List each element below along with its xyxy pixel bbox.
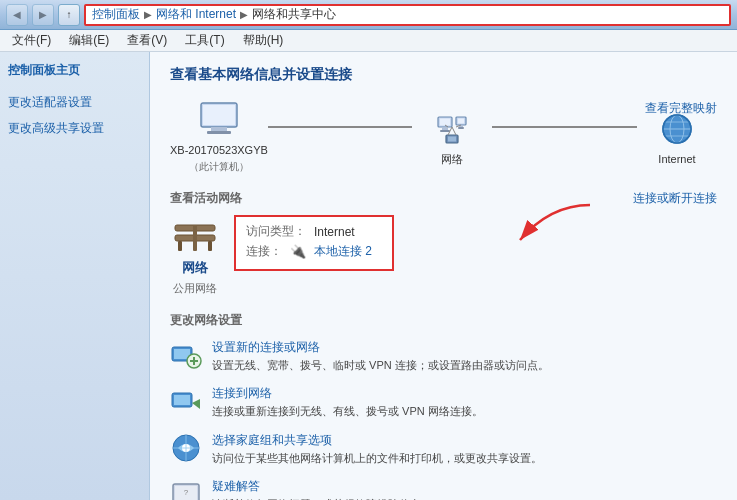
active-network: 网络 公用网络 访问类型： Internet 连接： 🔌 本地连接 2 [170,215,717,296]
red-arrow-annotation [510,200,600,255]
svg-rect-3 [207,131,231,134]
setting-icon-3: ? [170,478,202,500]
network-diagram: XB-20170523XGYB （此计算机） [170,100,717,174]
svg-rect-2 [211,127,227,131]
breadcrumb-sep-2: ▶ [240,9,248,20]
setting-item-0: 设置新的连接或网络 设置无线、宽带、拨号、临时或 VPN 连接；或设置路由器或访… [170,339,717,373]
network-label: 网络 [441,152,463,167]
menu-file[interactable]: 文件(F) [4,30,59,51]
setting-link-0[interactable]: 设置新的连接或网络 [212,339,549,356]
internet-label: Internet [658,153,695,165]
page-title: 查看基本网络信息并设置连接 [170,66,717,84]
up-button[interactable]: ↑ [58,4,80,26]
setting-desc-2: 访问位于某些其他网络计算机上的文件和打印机，或更改共享设置。 [212,451,542,466]
net-item-network: 网络 [412,108,492,167]
setting-desc-0: 设置无线、宽带、拨号、临时或 VPN 连接；或设置路由器或访问点。 [212,358,549,373]
menu-bar: 文件(F) 编辑(E) 查看(V) 工具(T) 帮助(H) [0,30,737,52]
setting-desc-1: 连接或重新连接到无线、有线、拨号或 VPN 网络连接。 [212,404,483,419]
network-icon-block: 网络 公用网络 [170,215,220,296]
svg-rect-1 [203,105,235,125]
sidebar-link-sharing[interactable]: 更改高级共享设置 [8,119,141,137]
menu-view[interactable]: 查看(V) [119,30,175,51]
svg-line-15 [452,127,456,135]
menu-help[interactable]: 帮助(H) [235,30,292,51]
network-type: 公用网络 [173,281,217,296]
setting-icon-0 [170,339,202,371]
svg-rect-6 [442,127,448,130]
access-label: 访问类型： [246,223,306,240]
net-line-2 [492,126,637,128]
svg-rect-27 [208,241,212,251]
connect-icon: 🔌 [290,244,306,259]
forward-button[interactable]: ▶ [32,4,54,26]
setting-item-2: 选择家庭组和共享选项 访问位于某些其他网络计算机上的文件和打印机，或更改共享设置… [170,432,717,466]
setting-icon-2 [170,432,202,464]
breadcrumb-sep-1: ▶ [144,9,152,20]
back-button[interactable]: ◀ [6,4,28,26]
menu-tools[interactable]: 工具(T) [177,30,232,51]
setting-item-3: ? 疑难解答 诊断并修复网络问题，或获得故障排除信息。 [170,478,717,500]
setting-item-1: 连接到网络 连接或重新连接到无线、有线、拨号或 VPN 网络连接。 [170,385,717,419]
access-type-row: 访问类型： Internet [246,223,382,240]
breadcrumb-1[interactable]: 控制面板 [92,6,140,23]
setting-text-3: 疑难解答 诊断并修复网络问题，或获得故障排除信息。 [212,478,432,500]
net-line-1 [268,126,413,128]
view-map-link[interactable]: 查看完整映射 [645,100,717,117]
active-network-section: 查看活动网络 网络 公用网络 [170,190,717,296]
menu-edit[interactable]: 编辑(E) [61,30,117,51]
network-icon [428,108,476,148]
svg-rect-26 [178,241,182,251]
access-value: Internet [314,225,355,239]
content-area: 查看基本网络信息并设置连接 XB-20170523XGYB （此计算机） [150,52,737,500]
setting-text-1: 连接到网络 连接或重新连接到无线、有线、拨号或 VPN 网络连接。 [212,385,483,419]
svg-rect-11 [458,127,464,129]
svg-rect-28 [193,225,197,251]
bench-icon [170,215,220,255]
sidebar: 控制面板主页 更改适配器设置 更改高级共享设置 [0,52,150,500]
sidebar-main-link[interactable]: 控制面板主页 [8,62,141,79]
setting-link-2[interactable]: 选择家庭组和共享选项 [212,432,542,449]
net-item-internet: Internet [637,109,717,165]
svg-rect-9 [458,118,464,123]
main-layout: 控制面板主页 更改适配器设置 更改高级共享设置 查看基本网络信息并设置连接 XB… [0,52,737,500]
sidebar-link-adapter[interactable]: 更改适配器设置 [8,93,141,111]
svg-rect-13 [448,136,456,141]
breadcrumb-bar: 查看基本网络信息并设置连接 控制面板 ▶ 网络和 Internet ▶ 网络和共… [84,4,731,26]
connect-change-link[interactable]: 连接或断开连接 [633,190,717,207]
more-settings-title: 更改网络设置 [170,312,717,329]
svg-rect-5 [440,118,450,125]
setting-icon-1 [170,385,202,417]
setting-link-3[interactable]: 疑难解答 [212,478,432,495]
breadcrumb-3: 网络和共享中心 [252,6,336,23]
network-name: 网络 [182,259,208,277]
title-bar: ◀ ▶ ↑ 查看基本网络信息并设置连接 控制面板 ▶ 网络和 Internet … [0,0,737,30]
connect-row: 连接： 🔌 本地连接 2 [246,243,382,260]
network-info-box: 访问类型： Internet 连接： 🔌 本地连接 2 [234,215,394,271]
svg-rect-7 [440,130,450,132]
connect-value[interactable]: 本地连接 2 [314,243,372,260]
net-item-computer: XB-20170523XGYB （此计算机） [170,100,268,174]
setting-link-1[interactable]: 连接到网络 [212,385,483,402]
computer-label: XB-20170523XGYB [170,144,268,156]
setting-text-2: 选择家庭组和共享选项 访问位于某些其他网络计算机上的文件和打印机，或更改共享设置… [212,432,542,466]
setting-text-0: 设置新的连接或网络 设置无线、宽带、拨号、临时或 VPN 连接；或设置路由器或访… [212,339,549,373]
connect-label: 连接： [246,243,282,260]
computer-sublabel: （此计算机） [189,160,249,174]
breadcrumb-2[interactable]: 网络和 Internet [156,6,236,23]
svg-rect-36 [174,395,190,405]
svg-text:?: ? [184,488,189,497]
computer-icon [195,100,243,140]
